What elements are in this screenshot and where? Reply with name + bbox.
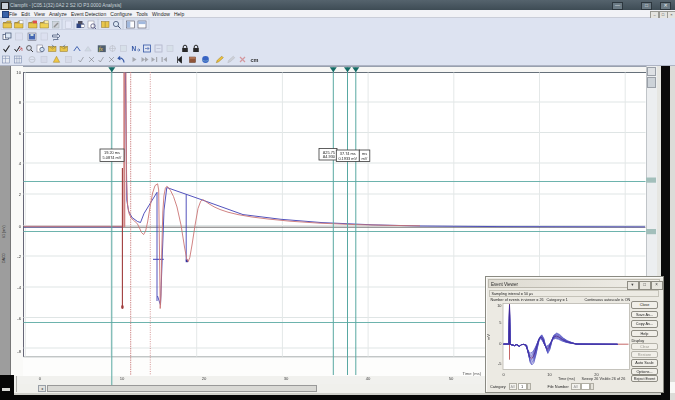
svg-text:-2: -2 (17, 254, 21, 259)
svg-text:Time (ms): Time (ms) (558, 377, 576, 381)
svg-text:-4: -4 (17, 285, 21, 290)
svg-text:mV: mV (362, 156, 368, 161)
svg-text:Time (ms): Time (ms) (463, 371, 482, 376)
svg-text:8: 8 (19, 100, 22, 105)
svg-text:6: 6 (19, 131, 22, 136)
svg-text:40: 40 (366, 376, 371, 381)
svg-text:2: 2 (19, 192, 22, 197)
svg-text:20: 20 (202, 376, 207, 381)
svg-text:0.1933 mV: 0.1933 mV (338, 156, 357, 161)
svg-text:5.0874 mV: 5.0874 mV (103, 155, 122, 160)
svg-text:-6: -6 (17, 316, 21, 321)
svg-text:5: 5 (499, 320, 501, 325)
svg-text:Δ4.930: Δ4.930 (323, 154, 336, 159)
svg-text:10: 10 (497, 303, 502, 308)
svg-text:0: 0 (19, 224, 22, 229)
svg-text:50: 50 (449, 376, 454, 381)
svg-text:-8: -8 (17, 349, 21, 354)
svg-text:30: 30 (284, 376, 289, 381)
svg-text:10: 10 (547, 372, 552, 377)
svg-text:10: 10 (120, 376, 125, 381)
svg-text:10: 10 (16, 70, 21, 75)
svg-text:-5: -5 (498, 361, 501, 366)
svg-text:Sweep 26 Visible 26 of 26: Sweep 26 Visible 26 of 26 (581, 377, 625, 381)
svg-text:0: 0 (39, 376, 42, 381)
svg-text:0: 0 (502, 372, 505, 377)
svg-text:0: 0 (499, 341, 502, 346)
svg-text:mV: mV (486, 334, 491, 340)
svg-text:4: 4 (19, 161, 22, 166)
